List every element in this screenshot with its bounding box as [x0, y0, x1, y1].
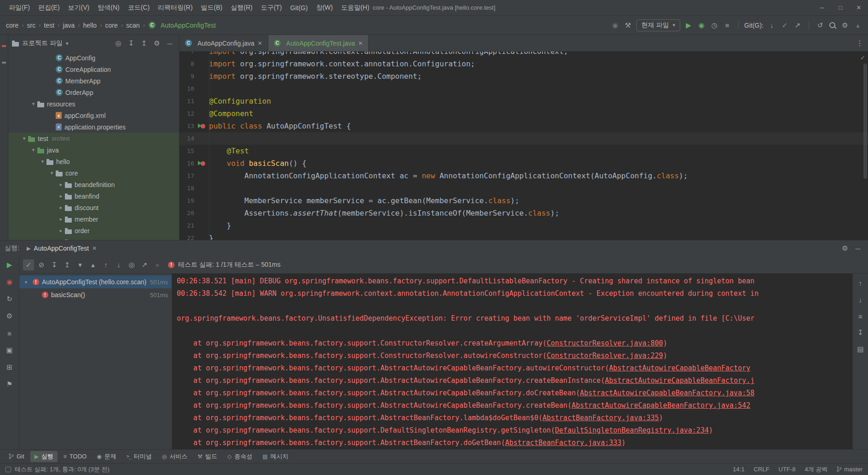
layout-button[interactable]: ⊞ [4, 362, 15, 373]
run-test-gutter-icon[interactable] [201, 161, 205, 166]
run-configuration-dropdown[interactable]: 현재 파일 ▾ [637, 19, 680, 31]
toggle-auto-test-button[interactable]: ↻ [4, 293, 15, 305]
menu-item-빌드(B)[interactable]: 빌드(B) [197, 1, 227, 14]
import-test-results-button[interactable]: ↗ [139, 259, 150, 270]
test-tree-item[interactable]: ▾!AutoAppConfigTest (hello.core.scan)501… [19, 276, 172, 288]
stack-trace-link[interactable]: ConstructorResolver.java:229 [547, 352, 663, 360]
breadcrumb-item[interactable]: core [104, 21, 119, 30]
tree-item-order[interactable]: ▸order [8, 225, 179, 236]
locate-file-button[interactable]: ◎ [113, 38, 124, 49]
hide-toolbar-button[interactable]: ▴ [852, 20, 863, 31]
editor-tab-AutoAppConfigTest.java[interactable]: CAutoAppConfigTest.java✕ [268, 35, 369, 51]
stack-trace-link[interactable]: AbstractAutowireCapableBeanFactory [609, 364, 750, 372]
stack-trace-link[interactable]: AbstractBeanFactory.java:333 [505, 439, 621, 447]
run-button[interactable]: ▶ [683, 20, 694, 31]
tree-item-CoreApplication[interactable]: CCoreApplication [8, 64, 179, 75]
next-failed-test-button[interactable]: ↓ [113, 259, 124, 270]
git-push-button[interactable]: ↗ [792, 20, 803, 31]
git-commit-button[interactable]: ✓ [779, 20, 790, 31]
code-editor[interactable]: 7import org.springframework.context.anno… [179, 52, 868, 240]
history-button[interactable]: ↺ [815, 20, 826, 31]
build-hammer-icon[interactable]: ⚒ [623, 20, 634, 31]
chevron-open-icon[interactable]: ▾ [29, 147, 37, 153]
editor-tab-AutoAppConfig.java[interactable]: CAutoAppConfig.java✕ [179, 35, 268, 51]
code-line-7[interactable]: 7import org.springframework.context.anno… [179, 52, 868, 58]
profiler-button[interactable]: ◷ [709, 20, 720, 31]
tool-window-button-Git[interactable]: Git [5, 452, 29, 461]
tool-window-button-종속성[interactable]: ◇종속성 [223, 451, 256, 462]
expand-all-button[interactable]: ↧ [126, 38, 137, 49]
code-line-21[interactable]: 21 } [179, 219, 868, 232]
code-line-15[interactable]: 15 @Test [179, 145, 868, 157]
breadcrumb-item[interactable]: test [43, 21, 56, 30]
minimize-button[interactable]: ─ [813, 0, 831, 15]
code-line-13[interactable]: 13public class AutoAppConfigTest { [179, 120, 868, 132]
pin-tab-button[interactable]: ⚑ [4, 379, 15, 390]
tree-item-core[interactable]: ▾core [8, 167, 179, 179]
tool-window-button-빌드[interactable]: ⚒빌드 [193, 451, 221, 462]
stack-trace-link[interactable]: ConstructorResolver.java:800 [547, 339, 663, 347]
sort-alphabetically-button[interactable]: ↧ [49, 259, 60, 270]
expand-all-button[interactable]: ▾ [75, 259, 86, 270]
tool-window-button-문제[interactable]: ◉문제 [93, 451, 120, 462]
tree-item-scan[interactable]: ▸scan [8, 236, 179, 240]
code-line-19[interactable]: 19 MemberService memberService = ac.getB… [179, 194, 868, 207]
editor-scrollbar[interactable] [863, 64, 867, 179]
tree-item-java[interactable]: ▾java [8, 144, 179, 156]
breadcrumb-item[interactable]: scan [125, 21, 141, 30]
tree-item-beandefinition[interactable]: ▸beandefinition [8, 179, 179, 190]
tool-window-button-실행[interactable]: ▶실행 [30, 451, 58, 462]
chevron-more-icon[interactable]: » [152, 259, 163, 270]
stop-button[interactable]: ■ [722, 20, 733, 31]
git-update-button[interactable]: ↓ [766, 20, 777, 31]
scroll-to-end-button[interactable]: ↧ [855, 327, 866, 338]
menu-item-도구(T)[interactable]: 도구(T) [257, 1, 286, 14]
code-line-14[interactable]: 14 [179, 132, 868, 145]
stack-trace-link[interactable]: AbstractAutowireCapableBeanFactory.java:… [572, 401, 750, 410]
tool-window-button-터미널[interactable]: >_터미널 [122, 451, 156, 462]
menu-item-창(W)[interactable]: 창(W) [312, 1, 337, 14]
inspection-status-icon[interactable]: ✓ [861, 53, 865, 62]
code-line-12[interactable]: 12@Component [179, 107, 868, 120]
code-line-9[interactable]: 9import org.springframework.stereotype.C… [179, 70, 868, 82]
tree-item-beanfind[interactable]: ▸beanfind [8, 190, 179, 202]
line-ending[interactable]: CRLF [754, 466, 770, 473]
rerun-failed-tests-button[interactable]: ◉ [4, 276, 15, 287]
tree-item-AppConfig[interactable]: CAppConfig [8, 52, 179, 64]
chevron-closed-icon[interactable]: ▸ [57, 216, 65, 222]
file-encoding[interactable]: UTF-8 [779, 466, 796, 473]
breadcrumb-item[interactable]: java [62, 21, 76, 30]
tree-item-MemberApp[interactable]: CMemberApp [8, 75, 179, 87]
chevron-closed-icon[interactable]: ▸ [57, 228, 65, 234]
stripe-structure-icon[interactable] [2, 62, 6, 64]
tree-item-resources[interactable]: ▾resources [8, 98, 179, 110]
chevron-open-icon[interactable]: ▾ [20, 135, 28, 141]
console-output[interactable]: 00:26:38.521 [main] DEBUG org.springfram… [172, 274, 852, 449]
stack-trace-link[interactable]: AbstractAutowireCapableBeanFactory.j [605, 376, 754, 385]
chevron-closed-icon[interactable]: ▸ [57, 205, 65, 211]
chevron-open-icon[interactable]: ▾ [22, 279, 30, 285]
git-branch-widget[interactable]: master [837, 466, 862, 473]
code-line-20[interactable]: 20 Assertions.assertThat(memberService).… [179, 207, 868, 219]
breadcrumb-item[interactable]: core [5, 21, 20, 30]
menu-item-도움말(H)[interactable]: 도움말(H) [337, 1, 373, 14]
chevron-open-icon[interactable]: ▾ [39, 158, 46, 164]
user-profile-icon[interactable]: ◉ [610, 20, 621, 31]
search-everywhere-button[interactable] [827, 20, 838, 30]
rerun-button[interactable]: ▶ [4, 259, 15, 270]
tree-item-test[interactable]: ▾testsrc/test [8, 133, 179, 144]
settings-icon[interactable]: ⚙ [839, 243, 851, 254]
tree-item-appConfig.xml[interactable]: xappConfig.xml [8, 110, 179, 121]
hide-panel-button[interactable]: ─ [852, 243, 863, 254]
run-tab[interactable]: ▶ AutoAppConfigTest ✕ [24, 243, 99, 254]
chevron-closed-icon[interactable]: ▸ [57, 182, 65, 188]
test-history-button[interactable]: ◎ [126, 259, 137, 270]
test-tree-item[interactable]: !basicScan()501ms [19, 288, 172, 301]
tool-window-button-서비스[interactable]: ◎서비스 [158, 451, 191, 462]
hide-panel-button[interactable]: ─ [164, 38, 175, 49]
code-line-8[interactable]: 8import org.springframework.context.anno… [179, 58, 868, 70]
tree-item-hello[interactable]: ▾hello [8, 156, 179, 167]
more-icon[interactable]: ⋮ [851, 39, 868, 47]
chevron-closed-icon[interactable]: ▸ [57, 193, 65, 199]
code-line-10[interactable]: 10 [179, 82, 868, 95]
